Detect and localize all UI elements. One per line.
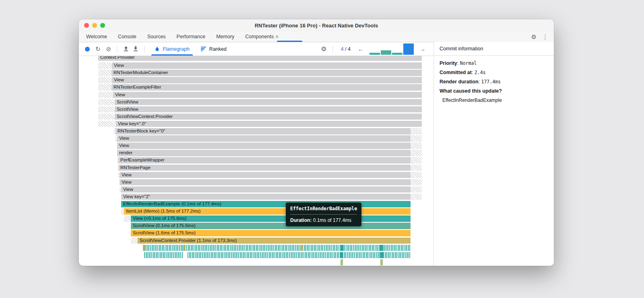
flamegraph-bar[interactable]: View <box>117 135 411 142</box>
traffic-lights <box>84 23 105 28</box>
selected-tab-underline <box>277 41 302 42</box>
flamegraph-row: RNTesterExampleFilter <box>79 84 433 91</box>
row-left-hatch <box>98 121 116 127</box>
flamegraph-bar[interactable]: ScrollView (1.6ms of 175.5ms) <box>131 230 411 236</box>
flamegraph-bar[interactable]: View <box>117 143 411 149</box>
row-left-hatch <box>121 208 124 215</box>
flamegraph-row: ItemList (Memo) (1.5ms of 177.2ms) <box>79 208 433 215</box>
divider <box>144 46 145 53</box>
reload-and-profile-icon[interactable]: ↻ <box>95 46 101 52</box>
flamegraph-bar[interactable]: View <box>120 179 411 186</box>
minimize-window-button[interactable] <box>92 23 97 28</box>
react-atom-icon: ⚛ <box>275 34 279 39</box>
flamegraph-bar[interactable]: View <box>120 172 411 178</box>
flamegraph-bar[interactable]: RNTesterBlock key="0" <box>116 128 411 135</box>
tab-console[interactable]: Console <box>118 34 136 39</box>
flame-icon <box>155 46 160 52</box>
flamegraph-micro-bar-segment[interactable] <box>380 259 383 266</box>
flamegraph-bar[interactable]: EffectInRenderBadExample (0.1ms of 177.4… <box>121 201 411 207</box>
window-title: RNTester (iPhone 16 Pro) - React Native … <box>255 23 378 29</box>
row-left-hatch <box>98 106 115 113</box>
close-window-button[interactable] <box>84 23 89 28</box>
flamegraph-bar[interactable]: ScrollViewContext.Provider <box>115 114 422 120</box>
row-right-hatch <box>411 150 422 156</box>
flamegraph-micro-bar-segment[interactable] <box>380 252 383 259</box>
tooltip-duration: Duration: 0.1ms of 177.4ms <box>290 217 357 223</box>
settings-gear-icon[interactable]: ⚙ <box>531 34 537 40</box>
commit-bar-1[interactable] <box>369 53 380 55</box>
row-left-hatch <box>131 238 138 244</box>
flamegraph-micro-bar-segment[interactable] <box>340 252 343 259</box>
flamegraph-micro-bar-segment[interactable] <box>183 252 187 259</box>
tooltip-component-name: EffectInRenderBadExample <box>290 206 357 211</box>
commit-bar-2[interactable] <box>381 50 391 55</box>
profiler-settings-gear-icon[interactable]: ⚙ <box>321 45 326 53</box>
record-button[interactable] <box>85 47 90 52</box>
tab-flamegraph[interactable]: Flamegraph <box>155 42 190 56</box>
flamegraph-row: ScrollViewContext.Provider <box>79 114 433 120</box>
flamegraph-bar[interactable]: ScrollView (0.1ms of 175.6ms) <box>131 223 411 229</box>
flamegraph-bar[interactable]: View key="2" <box>121 194 411 200</box>
flamegraph-row: View <box>79 135 433 142</box>
flamegraph-row: View key=".0" <box>79 121 433 127</box>
flamegraph-bar[interactable]: View <box>112 62 422 69</box>
import-profile-icon[interactable] <box>123 46 129 53</box>
flamegraph-bar[interactable]: PerfExampleWrapper <box>118 157 411 163</box>
flamegraph-bar[interactable]: View <box>112 77 422 83</box>
tab-sources[interactable]: Sources <box>147 34 166 39</box>
flamegraph-stripe-row <box>79 252 433 259</box>
flamegraph-micro-bar-segment[interactable] <box>183 245 186 251</box>
next-commit-arrow-icon[interactable]: → <box>419 46 425 52</box>
flamegraph-bar[interactable]: ScrollView <box>115 99 422 106</box>
flamegraph-tab-underline <box>151 54 193 56</box>
row-left-hatch <box>124 215 131 222</box>
flamegraph-bar[interactable]: View (<0.1ms of 175.6ms) <box>131 215 411 222</box>
tab-welcome[interactable]: Welcome <box>86 34 107 39</box>
row-left-hatch <box>98 62 112 69</box>
flamegraph-micro-bar-segment[interactable] <box>341 259 343 266</box>
flamegraph-bar[interactable]: RNTesterPage <box>118 165 411 171</box>
flamegraph-micro-bar-segment[interactable] <box>340 245 343 251</box>
ranked-bars-icon <box>201 47 206 52</box>
flamegraph-row: View <box>79 143 433 149</box>
update-cause-value[interactable]: EffectInRenderBadExample <box>440 97 548 103</box>
flamegraph-row: ScrollViewContext.Provider (1.1ms of 173… <box>79 238 433 244</box>
flamegraph-micro-bar-segment[interactable] <box>301 245 303 251</box>
tab-ranked[interactable]: Ranked <box>201 42 227 56</box>
flamegraph-micro-bar-segment[interactable] <box>143 245 145 251</box>
tab-memory[interactable]: Memory <box>216 34 234 39</box>
tab-performance[interactable]: Performance <box>177 34 206 39</box>
clear-profile-icon[interactable]: ⊘ <box>106 46 111 52</box>
flamegraph-row: render <box>79 150 433 156</box>
row-left-hatch <box>98 70 111 76</box>
flamegraph-row: RNTesterModuleContainer <box>79 70 433 76</box>
flamegraph-bar[interactable]: RNTesterExampleFilter <box>111 84 422 91</box>
flamegraph-row: EffectInRenderBadExample (0.1ms of 177.4… <box>79 201 433 207</box>
flamegraph-bar[interactable]: ItemList (Memo) (1.5ms of 177.2ms) <box>124 208 411 215</box>
flamegraph-bar[interactable]: RNTesterModuleContainer <box>111 70 422 76</box>
kebab-menu-icon[interactable]: ⋮ <box>542 34 548 40</box>
flamegraph-bar[interactable]: View <box>113 92 422 98</box>
zoom-window-button[interactable] <box>100 23 105 28</box>
export-profile-icon[interactable] <box>132 46 139 53</box>
tab-components[interactable]: Components⚛ <box>245 34 279 39</box>
previous-commit-arrow-icon[interactable]: ← <box>358 46 364 52</box>
flamegraph-micro-bar-segment[interactable] <box>380 245 383 251</box>
row-right-hatch <box>411 165 422 171</box>
flamegraph-bar[interactable]: View key=".0" <box>116 121 422 127</box>
flamegraph-bar[interactable]: ScrollView <box>115 106 422 113</box>
commit-bar-4[interactable] <box>403 43 414 55</box>
row-right-hatch <box>411 186 422 193</box>
commit-bar-3[interactable] <box>392 53 402 55</box>
row-right-hatch <box>411 179 422 186</box>
row-right-hatch <box>411 143 422 149</box>
commit-selector[interactable] <box>369 43 414 55</box>
row-right-hatch <box>411 172 422 178</box>
row-left-hatch <box>98 99 115 106</box>
flamegraph-bar[interactable]: View <box>121 186 411 193</box>
priority-field: Priority: Normal <box>440 60 548 66</box>
flamegraph-row: RNTesterPage <box>79 165 433 171</box>
devtools-tab-bar: Welcome Console Sources Performance Memo… <box>79 31 554 42</box>
flamegraph-bar[interactable]: ScrollViewContext.Provider (1.1ms of 173… <box>138 238 411 244</box>
flamegraph-bar[interactable]: render <box>117 150 411 156</box>
